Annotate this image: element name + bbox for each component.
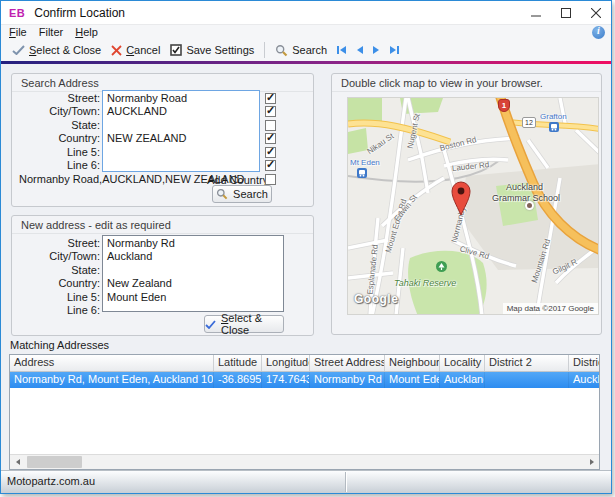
- menu-item-help[interactable]: Help: [69, 25, 104, 39]
- field-label-state: State:: [14, 119, 100, 132]
- matching-addresses-list: AddressLatitudeLongitudeStreet AddressNe…: [9, 354, 600, 470]
- search-icon: [275, 44, 288, 57]
- cell-district-1: Auckland: [569, 372, 600, 388]
- map-label-gilgit-r: Gilgit R: [551, 257, 579, 276]
- map-school-icon: [525, 201, 534, 210]
- map[interactable]: Nikau StNugent StBoston RdLauder RdMount…: [347, 97, 599, 315]
- map-route-icon: 12: [522, 117, 536, 128]
- column-header-district-1[interactable]: District 1: [569, 355, 600, 371]
- field-label-country: Country:: [14, 132, 100, 145]
- minimize-icon: [531, 8, 541, 18]
- field-label-city-town: City/Town:: [14, 105, 100, 118]
- menu-bar: FileFilterHelp: [1, 24, 611, 39]
- toolbar: Select & CloseCancelSave SettingsSearch: [1, 39, 611, 61]
- cell-locality: Auckland: [440, 372, 485, 388]
- field-label-line-6: Line 6:: [14, 159, 100, 172]
- menu-item-filter[interactable]: Filter: [33, 25, 69, 39]
- maximize-icon: [561, 8, 571, 18]
- map-label-clive-rd: Clive Rd: [459, 244, 491, 261]
- matching-addresses-caption: Matching Addresses: [10, 339, 109, 351]
- map-label-nikau-st: Nikau St: [365, 131, 395, 156]
- search-address-group: Search Address Street:City/Town:State:Co…: [11, 73, 314, 207]
- use-field-checkbox-street[interactable]: [265, 93, 276, 104]
- cell-address: Normanby Rd, Mount Eden, Auckland 1024, …: [10, 372, 214, 388]
- confirm-location-window: EB Confirm Location FileFilterHelp Selec…: [0, 0, 612, 494]
- scroll-right-button[interactable]: [584, 455, 599, 469]
- new-address-value-box[interactable]: Normanby RdAucklandNew ZealandMount Eden: [102, 235, 284, 312]
- cell-longitude: 174.764323: [262, 372, 310, 388]
- use-field-checkbox-state[interactable]: [265, 120, 276, 131]
- scroll-right-icon: [590, 459, 594, 465]
- map-label-mountain-rd: Mountain Rd: [530, 238, 553, 284]
- search-button-label: Search: [233, 188, 268, 200]
- add-country-checkbox[interactable]: [265, 174, 276, 185]
- field-value-country: New Zealand: [103, 277, 283, 290]
- minimize-button[interactable]: [521, 1, 551, 24]
- toolbar-cancel-button[interactable]: Cancel: [106, 42, 165, 58]
- map-label-boston-rd: Boston Rd: [439, 135, 477, 153]
- status-bar: Motopartz.com.au: [1, 470, 611, 493]
- cell-neighbourhood: Mount Eden: [385, 372, 440, 388]
- title-bar: EB Confirm Location: [1, 1, 611, 24]
- maximize-button[interactable]: [551, 1, 581, 24]
- window-controls: [521, 1, 611, 24]
- cell-district-2: [485, 372, 569, 388]
- toolbar-select-close-button[interactable]: Select & Close: [7, 42, 106, 58]
- field-value-line-5: Mount Eden: [103, 291, 283, 304]
- field-value-line-5: [103, 146, 259, 159]
- map-label-grafton: Grafton: [540, 112, 567, 121]
- field-value-city-town: AUCKLAND: [103, 105, 259, 118]
- nav-first-button[interactable]: [332, 43, 351, 57]
- column-header-latitude[interactable]: Latitude: [214, 355, 262, 371]
- use-field-checkbox-line-6[interactable]: [265, 160, 276, 171]
- field-value-line-6: [103, 159, 259, 172]
- check-icon: [12, 45, 25, 55]
- toolbar-save-settings-button[interactable]: Save Settings: [165, 42, 259, 58]
- use-field-checkbox-city-town[interactable]: [265, 106, 276, 117]
- map-shield-icon: 1: [498, 99, 510, 112]
- menu-item-file[interactable]: File: [1, 25, 33, 39]
- search-button[interactable]: Search: [212, 185, 272, 203]
- column-header-locality[interactable]: Locality: [440, 355, 485, 371]
- info-icon[interactable]: [592, 26, 605, 39]
- use-field-checkbox-line-5[interactable]: [265, 147, 276, 158]
- scroll-left-button[interactable]: [10, 455, 25, 469]
- field-label-line-6: Line 6:: [14, 304, 100, 317]
- map-label-lauder-rd: Lauder Rd: [452, 160, 490, 173]
- toolbar-buttons: Select & CloseCancelSave SettingsSearch: [7, 42, 404, 59]
- map-label-esplanade-rd: Esplanade Rd: [366, 244, 380, 295]
- field-value-state: [103, 264, 283, 277]
- toolbar-separator: [264, 42, 265, 58]
- new-address-caption: New address - edit as required: [12, 216, 313, 234]
- map-attribution: Map data ©2017 Google: [503, 303, 598, 314]
- map-label-auckland: Auckland: [506, 182, 543, 192]
- column-header-longitude[interactable]: Longitude: [262, 355, 310, 371]
- toolbar-search-button[interactable]: Search: [270, 42, 332, 59]
- nav-next-button[interactable]: [368, 43, 385, 57]
- use-field-checkbox-country[interactable]: [265, 133, 276, 144]
- field-label-city-town: City/Town:: [14, 250, 100, 263]
- nav-last-button[interactable]: [385, 43, 404, 57]
- horizontal-scrollbar[interactable]: [10, 454, 599, 469]
- close-button[interactable]: [581, 1, 611, 24]
- scroll-thumb[interactable]: [27, 456, 82, 468]
- nav-prev-button[interactable]: [351, 43, 368, 57]
- map-label-nugent-st: Nugent St: [406, 113, 422, 150]
- map-transit-icon: [357, 168, 367, 178]
- field-value-city-town: Auckland: [103, 250, 283, 263]
- new-address-group: New address - edit as required Street:Ci…: [11, 215, 314, 336]
- cancel-icon: [111, 45, 122, 56]
- cell-latitude: -36.869571: [214, 372, 262, 388]
- column-header-street-address[interactable]: Street Address: [310, 355, 385, 371]
- matching-addresses-header: AddressLatitudeLongitudeStreet AddressNe…: [10, 355, 599, 372]
- select-close-button[interactable]: Select & Close: [204, 315, 284, 333]
- column-header-neighbourhood[interactable]: Neighbourhood: [385, 355, 440, 371]
- field-label-line-5: Line 5:: [14, 291, 100, 304]
- map-group: Double click map to view in your browser…: [331, 73, 602, 335]
- scroll-left-icon: [16, 459, 20, 465]
- column-header-address[interactable]: Address: [10, 355, 214, 371]
- column-header-district-2[interactable]: District 2: [485, 355, 569, 371]
- table-row[interactable]: Normanby Rd, Mount Eden, Auckland 1024, …: [10, 372, 599, 388]
- map-label-mt-eden: Mt Eden: [350, 158, 380, 167]
- search-address-value-box[interactable]: Normanby RoadAUCKLANDNEW ZEALAND: [102, 90, 260, 172]
